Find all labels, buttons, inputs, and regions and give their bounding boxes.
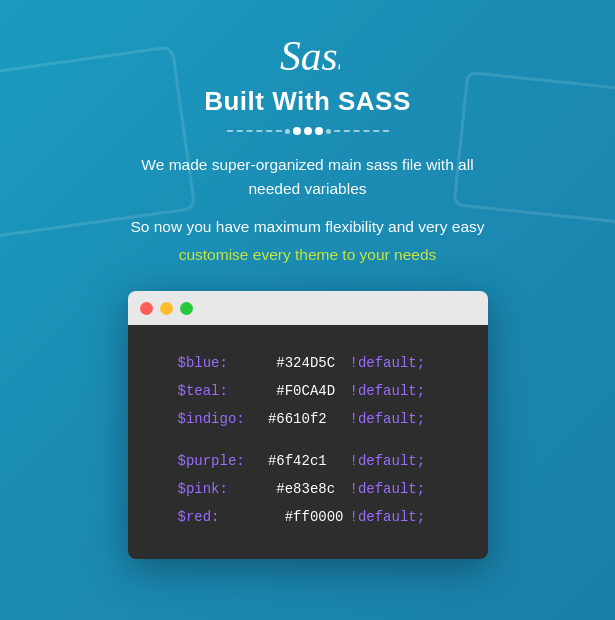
code-gap <box>178 433 460 447</box>
flexibility-text: So now you have maximum flexibility and … <box>130 215 484 239</box>
code-line-blue: $blue: #324D5C !default; <box>178 349 460 377</box>
code-window: $blue: #324D5C !default; $teal: #F0CA4D … <box>128 291 488 559</box>
page-title: Built With SASS <box>204 86 411 117</box>
section-divider <box>227 127 389 135</box>
divider-dot-2 <box>293 127 301 135</box>
highlight-text: customise every theme to your needs <box>179 243 437 267</box>
divider-dot-4 <box>315 127 323 135</box>
code-line-red: $red: #ff0000 !default; <box>178 503 460 531</box>
divider-dot-3 <box>304 127 312 135</box>
window-minimize-button[interactable] <box>160 302 173 315</box>
window-titlebar <box>128 291 488 325</box>
description-text: We made super-organized main sass file w… <box>141 153 473 201</box>
divider-dot-1 <box>285 129 290 134</box>
svg-text:Sass: Sass <box>280 33 340 79</box>
divider-line-left <box>227 130 282 132</box>
code-line-indigo: $indigo: #6610f2 !default; <box>178 405 460 433</box>
main-content: Sass Built With SASS We made super-organ… <box>0 0 615 559</box>
divider-line-right <box>334 130 389 132</box>
divider-dot-5 <box>326 129 331 134</box>
code-body: $blue: #324D5C !default; $teal: #F0CA4D … <box>128 325 488 559</box>
window-maximize-button[interactable] <box>180 302 193 315</box>
sass-logo-icon: Sass <box>276 32 340 80</box>
code-line-purple: $purple: #6f42c1 !default; <box>178 447 460 475</box>
window-close-button[interactable] <box>140 302 153 315</box>
code-line-teal: $teal: #F0CA4D !default; <box>178 377 460 405</box>
code-line-pink: $pink: #e83e8c !default; <box>178 475 460 503</box>
